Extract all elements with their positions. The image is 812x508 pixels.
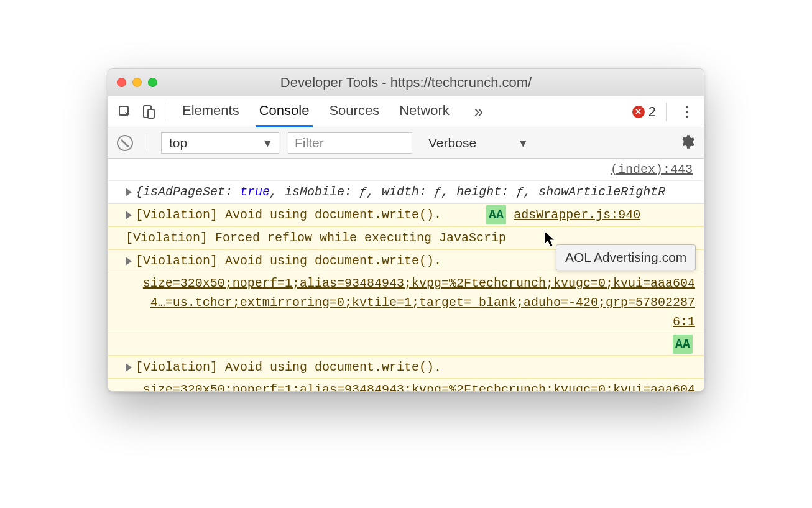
kebab-menu-icon[interactable]: ⋮ [676, 104, 698, 120]
expand-triangle-icon[interactable] [126, 211, 132, 219]
initiator-badge[interactable]: AA [486, 205, 506, 224]
console-row-object[interactable]: {isAdPageSet: true, isMobile: ƒ, width: … [108, 181, 704, 203]
console-output: (index):443 {isAdPageSet: true, isMobile… [108, 159, 704, 391]
zoom-window-button[interactable] [148, 78, 157, 87]
console-toolbar: top ▾ Verbose ▾ [108, 127, 704, 159]
error-icon: ✕ [632, 106, 645, 118]
filter-input[interactable] [288, 132, 412, 154]
panel-tabs: Elements Console Sources Network » [178, 96, 483, 127]
separator [147, 134, 147, 152]
tooltip-text: AOL Advertising.com [565, 250, 686, 264]
tab-elements[interactable]: Elements [178, 96, 243, 127]
gear-icon[interactable] [679, 134, 695, 152]
log-level-selector[interactable]: Verbose ▾ [421, 132, 534, 154]
tab-network[interactable]: Network [395, 96, 453, 127]
separator [167, 103, 167, 121]
clear-console-icon[interactable] [117, 135, 133, 151]
chevron-down-icon: ▾ [264, 136, 271, 150]
context-selector[interactable]: top ▾ [161, 132, 279, 154]
titlebar: Developer Tools - https://techcrunch.com… [108, 69, 704, 96]
console-row-source-url[interactable]: size=320x50;noperf=1;alias=93484943;kvpg… [108, 378, 704, 391]
initiator-badge[interactable]: AA [673, 335, 693, 354]
window-title: Developer Tools - https://techcrunch.com… [108, 75, 704, 91]
source-link[interactable]: adsWrapper.js:940 [514, 208, 640, 222]
separator [666, 103, 667, 121]
device-toolbar-icon[interactable] [138, 101, 159, 122]
console-row-violation[interactable]: [Violation] Avoid using document.write()… [108, 203, 704, 226]
console-row-violation[interactable]: [Violation] Avoid using document.write()… [108, 356, 704, 378]
expand-triangle-icon[interactable] [126, 188, 132, 196]
tab-sources[interactable]: Sources [325, 96, 383, 127]
traffic-lights [117, 78, 157, 87]
minimize-window-button[interactable] [132, 78, 142, 87]
console-row-source-url[interactable]: size=320x50;noperf=1;alias=93484943;kvpg… [108, 272, 704, 333]
tab-console[interactable]: Console [256, 96, 313, 127]
tabbar: Elements Console Sources Network » ✕ 2 ⋮ [108, 96, 704, 127]
close-window-button[interactable] [117, 78, 126, 87]
inspect-element-icon[interactable] [114, 101, 136, 122]
expand-triangle-icon[interactable] [126, 257, 132, 266]
chevron-down-icon: ▾ [520, 136, 527, 150]
console-row-badge: AA [108, 333, 704, 356]
expand-triangle-icon[interactable] [126, 363, 132, 372]
devtools-window: Developer Tools - https://techcrunch.com… [108, 68, 704, 392]
svg-rect-2 [148, 109, 154, 118]
error-count: 2 [648, 104, 656, 120]
source-link[interactable]: (index):443 [108, 159, 704, 181]
context-value: top [169, 136, 187, 150]
error-count-badge[interactable]: ✕ 2 [632, 104, 656, 120]
more-tabs-icon[interactable]: » [474, 102, 483, 121]
log-level-value: Verbose [428, 136, 476, 150]
tooltip: AOL Advertising.com [556, 244, 696, 270]
